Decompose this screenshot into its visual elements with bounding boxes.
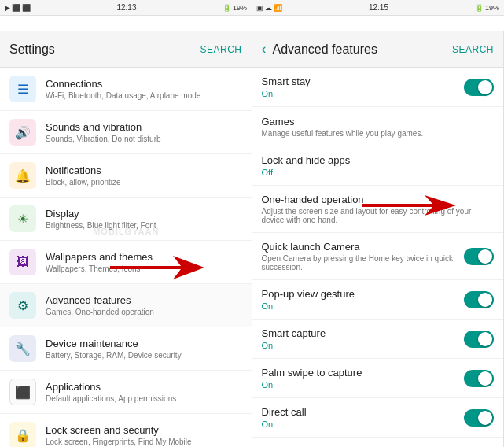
adv-desc-games: Manage useful features while you play ga…: [262, 129, 495, 138]
setting-desc-display: Brightness, Blue light filter, Font: [46, 221, 242, 230]
sidebar-item-advanced[interactable]: ⚙Advanced featuresGames, One-handed oper…: [0, 284, 252, 327]
setting-name-notifications: Notifications: [46, 164, 242, 176]
toggle-knob-quick-launch: [478, 249, 492, 264]
sidebar-item-lockscreen[interactable]: 🔒Lock screen and securityLock screen, Fi…: [0, 414, 252, 447]
adv-name-direct-call: Direct call: [262, 406, 458, 418]
adv-item-direct-call[interactable]: Direct callOn: [252, 398, 504, 438]
toggle-knob-palm-swipe: [478, 371, 492, 386]
toggle-quick-launch[interactable]: [464, 248, 494, 265]
adv-name-smart-stay: Smart stay: [262, 76, 458, 87]
status-icon-1: ▶: [5, 4, 10, 12]
status-icon-2: ⬛: [12, 4, 20, 12]
setting-desc-advanced: Games, One-handed operation: [46, 308, 242, 316]
back-button[interactable]: ‹: [262, 41, 267, 57]
setting-name-applications: Applications: [46, 381, 242, 393]
time-right: 12:15: [284, 3, 473, 12]
sidebar-item-connections[interactable]: ☰ConnectionsWi-Fi, Bluetooth, Data usage…: [0, 68, 252, 111]
sidebar-item-device[interactable]: 🔧Device maintenanceBattery, Storage, RAM…: [0, 327, 252, 371]
wallpapers-icon: 🖼: [9, 249, 36, 275]
battery-right: 19%: [485, 4, 499, 12]
toggle-smart-capture[interactable]: [464, 331, 494, 348]
wifi-icon: 📶: [274, 4, 282, 12]
left-panel-title: Settings: [9, 42, 200, 57]
adv-item-smart-capture[interactable]: Smart captureOn: [252, 320, 504, 359]
adv-item-popup-view[interactable]: Pop-up view gestureOn: [252, 280, 504, 320]
advanced-icon: ⚙: [9, 292, 36, 319]
adv-status-lock-hide: Off: [262, 168, 495, 177]
toggle-direct-call[interactable]: [464, 409, 494, 427]
adv-status-smart-capture: On: [262, 341, 458, 350]
sidebar-item-sounds[interactable]: 🔊Sounds and vibrationSounds, Vibration, …: [0, 111, 252, 154]
sidebar-item-wallpapers[interactable]: 🖼Wallpapers and themesWallpapers, Themes…: [0, 241, 252, 284]
adv-name-smart-capture: Smart capture: [262, 327, 458, 339]
device-icon: 🔧: [9, 335, 36, 362]
setting-name-device: Device maintenance: [46, 338, 242, 349]
adv-status-palm-swipe: On: [262, 380, 458, 390]
adv-name-popup-view: Pop-up view gesture: [262, 288, 458, 300]
sidebar-item-display[interactable]: ☀DisplayBrightness, Blue light filter, F…: [0, 198, 252, 241]
adv-item-lock-hide[interactable]: Lock and hide appsOff: [252, 146, 504, 186]
toggle-knob-smart-capture: [478, 332, 492, 346]
sidebar-item-notifications[interactable]: 🔔NotificationsBlock, allow, prioritize: [0, 154, 252, 198]
right-search-button[interactable]: SEARCH: [452, 44, 494, 55]
setting-desc-connections: Wi-Fi, Bluetooth, Data usage, Airplane m…: [46, 91, 242, 100]
adv-status-popup-view: On: [262, 301, 458, 311]
status-icon-r1: ▣: [256, 4, 263, 12]
left-search-button[interactable]: SEARCH: [200, 44, 241, 55]
adv-item-smart-stay[interactable]: Smart stayOn: [252, 68, 504, 107]
right-panel-header: ‹ Advanced features SEARCH: [252, 31, 504, 68]
adv-item-quick-launch[interactable]: Quick launch CameraOpen Camera by pressi…: [252, 233, 504, 280]
time-left: 12:13: [32, 3, 221, 12]
battery-left: 19%: [233, 4, 247, 12]
lockscreen-icon: 🔒: [9, 422, 36, 447]
right-settings-list: Smart stayOnGamesManage useful features …: [252, 68, 504, 447]
right-panel: ‹ Advanced features SEARCH Smart stayOnG…: [252, 31, 505, 447]
connections-icon: ☰: [9, 76, 36, 102]
setting-name-lockscreen: Lock screen and security: [46, 424, 242, 436]
sounds-icon: 🔊: [9, 119, 36, 146]
setting-name-advanced: Advanced features: [46, 294, 242, 306]
adv-item-one-handed[interactable]: One-handed operationAdjust the screen si…: [252, 186, 504, 233]
setting-name-display: Display: [46, 208, 242, 220]
right-panel-title: Advanced features: [273, 42, 452, 57]
sidebar-item-applications[interactable]: ⬛ApplicationsDefault applications, App p…: [0, 371, 252, 414]
battery-icon-right: 🔋: [475, 4, 484, 12]
setting-name-wallpapers: Wallpapers and themes: [46, 251, 242, 263]
setting-desc-applications: Default applications, App permissions: [46, 394, 242, 403]
setting-name-connections: Connections: [46, 78, 242, 90]
setting-desc-wallpapers: Wallpapers, Themes, Icons: [46, 264, 242, 273]
adv-status-direct-call: On: [262, 419, 458, 429]
setting-desc-device: Battery, Storage, RAM, Device security: [46, 351, 242, 360]
adv-name-quick-launch: Quick launch Camera: [262, 241, 458, 253]
display-icon: ☀: [9, 205, 36, 232]
adv-status-smart-stay: On: [262, 89, 458, 98]
adv-item-palm-swipe[interactable]: Palm swipe to captureOn: [252, 359, 504, 398]
adv-item-games[interactable]: GamesManage useful features while you pl…: [252, 107, 504, 146]
adv-name-games: Games: [262, 116, 495, 127]
toggle-knob-smart-stay: [478, 80, 492, 94]
toggle-popup-view[interactable]: [464, 291, 494, 308]
adv-name-lock-hide: Lock and hide apps: [262, 154, 495, 166]
status-icon-3: ⬛: [22, 4, 31, 12]
adv-desc-quick-launch: Open Camera by pressing the Home key twi…: [262, 254, 458, 272]
applications-icon: ⬛: [9, 379, 36, 405]
setting-name-sounds: Sounds and vibration: [46, 121, 242, 133]
notifications-icon: 🔔: [9, 162, 36, 189]
left-settings-list: ☰ConnectionsWi-Fi, Bluetooth, Data usage…: [0, 68, 252, 447]
left-panel-header: Settings SEARCH: [0, 31, 252, 68]
status-icon-r2: ☁: [265, 4, 272, 12]
setting-desc-sounds: Sounds, Vibration, Do not disturb: [46, 135, 242, 143]
adv-desc-one-handed: Adjust the screen size and layout for ea…: [262, 207, 495, 224]
toggle-knob-direct-call: [478, 411, 492, 425]
status-bar-right: ▣ ☁ 📶 12:15 🔋 19%: [252, 3, 504, 12]
toggle-knob-popup-view: [478, 293, 492, 307]
adv-name-palm-swipe: Palm swipe to capture: [262, 367, 458, 379]
status-bar-left: ▶ ⬛ ⬛ 12:13 🔋 19%: [0, 3, 252, 12]
setting-desc-lockscreen: Lock screen, Fingerprints, Find My Mobil…: [46, 438, 242, 446]
battery-icon-left: 🔋: [223, 4, 231, 12]
left-panel: Settings SEARCH ☰ConnectionsWi-Fi, Bluet…: [0, 31, 252, 447]
setting-desc-notifications: Block, allow, prioritize: [46, 178, 242, 187]
adv-name-one-handed: One-handed operation: [262, 194, 495, 205]
toggle-smart-stay[interactable]: [464, 79, 494, 96]
toggle-palm-swipe[interactable]: [464, 370, 494, 387]
